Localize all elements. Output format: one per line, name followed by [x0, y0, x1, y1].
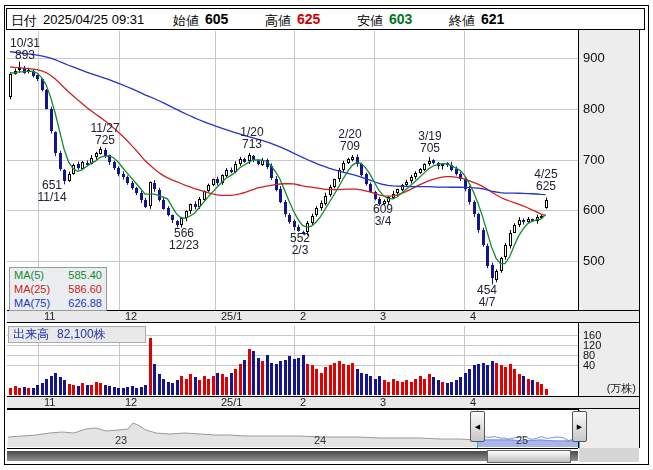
navigator-year-23: 23	[113, 434, 129, 446]
navigator-left-arrow-button[interactable]: ◀	[470, 411, 485, 442]
ma25-legend-row: MA(25) 586.60	[10, 282, 106, 296]
price-tick-700: 700	[583, 153, 605, 167]
quote-header-bar: 日付 2025/04/25 09:31 始値 605 高値 625 安値 603…	[6, 8, 645, 30]
xaxis-month-label: 4	[470, 397, 476, 408]
volume-label: 出来高	[13, 327, 49, 341]
navigator-year-25: 25	[514, 434, 530, 446]
xaxis-month-label: 12	[125, 311, 137, 322]
xaxis-month-label: 25/1	[221, 311, 242, 322]
volume-tick-40: 40	[583, 360, 595, 370]
ma25-label: MA(25)	[14, 282, 50, 296]
volume-value: 82,100株	[57, 327, 106, 341]
ma25-value: 586.60	[68, 282, 102, 296]
price-annotation: 10/31893	[3, 37, 47, 61]
xaxis-month-label: 4	[470, 311, 476, 322]
low-value: 603	[389, 11, 412, 27]
price-annotation: 4/25625	[524, 168, 568, 192]
price-annotation: 2/20709	[328, 128, 372, 152]
price-annotation: 56612/23	[162, 227, 206, 251]
ma-legend: MA(5) 585.40 MA(25) 586.60 MA(75) 626.88	[9, 267, 107, 311]
stock-chart-widget: 日付 2025/04/25 09:31 始値 605 高値 625 安値 603…	[0, 0, 653, 470]
price-annotation: 5522/3	[278, 232, 322, 256]
price-tick-600: 600	[583, 203, 605, 217]
price-annotation: 1/20713	[230, 126, 274, 150]
xaxis-month-label: 11	[44, 311, 55, 322]
price-tick-500: 500	[583, 254, 605, 268]
xaxis-month-label: 3	[380, 397, 386, 408]
ma75-label: MA(75)	[14, 296, 50, 310]
price-annotation: 6093/4	[361, 203, 405, 227]
close-value: 621	[481, 11, 504, 27]
high-label: 高値	[265, 12, 291, 30]
close-label: 終値	[449, 12, 475, 30]
navigator-right-arrow-button[interactable]: ▶	[572, 411, 587, 442]
xaxis-month-label: 11	[44, 397, 55, 408]
xaxis-month-label: 2	[300, 397, 306, 408]
ma75-value: 626.88	[68, 296, 102, 310]
low-label: 安値	[357, 12, 383, 30]
price-tick-900: 900	[583, 51, 605, 65]
price-annotation: 3/19705	[408, 130, 452, 154]
ma5-legend-row: MA(5) 585.40	[10, 268, 106, 282]
high-value: 625	[297, 11, 320, 27]
price-annotation: 65111/14	[30, 179, 74, 203]
volume-xaxis-strip	[7, 396, 639, 409]
price-tick-800: 800	[583, 102, 605, 116]
xaxis-month-label: 2	[300, 311, 306, 322]
ma5-value: 585.40	[68, 268, 102, 282]
volume-label-box: 出来高82,100株	[8, 326, 146, 343]
volume-unit-label: (万株)	[588, 381, 636, 396]
ma75-legend-row: MA(75) 626.88	[10, 296, 106, 310]
xaxis-month-label: 12	[125, 397, 137, 408]
navigator-year-24: 24	[312, 434, 328, 446]
scrollbar-right-spacer	[579, 448, 639, 462]
xaxis-month-label: 3	[380, 311, 386, 322]
price-xaxis-strip	[7, 310, 639, 323]
price-annotation: 11/27725	[83, 122, 127, 146]
xaxis-month-label: 25/1	[221, 397, 242, 408]
date-label: 日付	[11, 12, 37, 30]
price-annotation: 4544/7	[465, 284, 509, 308]
ma5-label: MA(5)	[14, 268, 44, 282]
date-value: 2025/04/25 09:31	[43, 12, 144, 27]
horizontal-scrollbar-thumb[interactable]	[487, 450, 571, 463]
open-label: 始値	[173, 12, 199, 30]
open-value: 605	[205, 11, 228, 27]
